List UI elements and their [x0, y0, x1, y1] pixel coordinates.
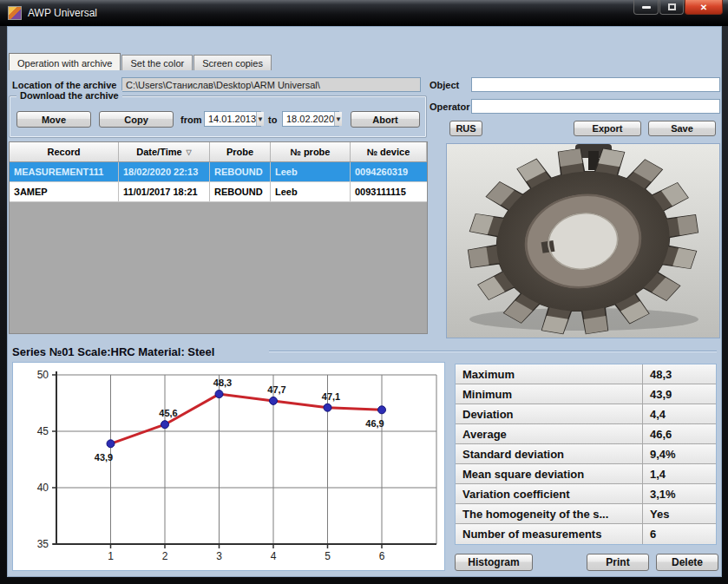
location-input[interactable] — [121, 77, 421, 92]
table-cell: REBOUND — [210, 182, 271, 201]
stats-value: 1,4 — [643, 464, 716, 483]
svg-text:6: 6 — [379, 550, 385, 562]
svg-text:45: 45 — [37, 425, 49, 437]
print-button[interactable]: Print — [587, 554, 649, 571]
svg-text:47,7: 47,7 — [267, 384, 285, 395]
table-cell: Leeb — [271, 182, 351, 201]
stats-row: Minimum43,9 — [456, 384, 716, 404]
stats-row: Maximum48,3 — [456, 364, 716, 384]
tab-operation-with-archive[interactable]: Operation with archive — [9, 53, 121, 70]
column-header[interactable]: Record — [10, 142, 119, 161]
table-row[interactable]: ЗАМЕР11/01/2017 18:21REBOUNDLeeb00931111… — [10, 182, 427, 202]
stats-value: 46,6 — [643, 424, 716, 443]
svg-text:4: 4 — [271, 550, 277, 562]
svg-text:35: 35 — [37, 538, 49, 550]
column-header[interactable]: Probe — [210, 142, 271, 161]
svg-text:50: 50 — [37, 369, 49, 381]
close-icon: ✕ — [700, 3, 707, 12]
svg-text:43,9: 43,9 — [95, 452, 113, 463]
from-label: from — [180, 115, 201, 125]
stats-row: Deviation4,4 — [456, 404, 716, 424]
series-rule — [269, 351, 717, 352]
from-dropdown-icon[interactable]: ▼ — [256, 112, 264, 126]
stats-label: Mean square deviation — [456, 464, 643, 483]
to-dropdown-icon[interactable]: ▼ — [334, 112, 342, 126]
stats-value: 9,4% — [643, 444, 716, 463]
minimize-icon — [642, 6, 651, 9]
stats-row: Average46,6 — [456, 424, 716, 444]
titlebar: AWP Universal ✕ — [0, 0, 728, 26]
move-button[interactable]: Move — [16, 111, 91, 128]
operator-input[interactable] — [471, 99, 720, 114]
delete-button[interactable]: Delete — [656, 554, 718, 571]
column-header[interactable]: № probe — [271, 142, 351, 161]
chart-panel: 3540455012345643,945,648,347,747,146,9 — [12, 362, 445, 571]
object-label: Object — [430, 80, 459, 90]
stats-label: Average — [456, 424, 643, 443]
close-button[interactable]: ✕ — [685, 0, 723, 15]
svg-text:2: 2 — [162, 550, 168, 562]
copy-button[interactable]: Copy — [99, 111, 174, 128]
to-label: to — [268, 115, 277, 125]
stats-label: The homogeneity of the s... — [456, 504, 643, 523]
column-header[interactable]: Date/Time▽ — [119, 142, 210, 161]
from-date-value: 14.01.2013 — [208, 114, 256, 124]
stats-row: Standard deviation9,4% — [456, 444, 716, 464]
series-groupbox: Series №01 Scale:HRC Material: Steel — [12, 344, 717, 358]
series-title: Series №01 Scale:HRC Material: Steel — [12, 345, 214, 358]
table-cell: Leeb — [271, 162, 351, 181]
stats-value: 3,1% — [643, 484, 716, 503]
stats-row: Variation coefficient3,1% — [456, 484, 716, 504]
operator-label: Operator — [430, 102, 469, 112]
stats-row: Mean square deviation1,4 — [456, 464, 716, 484]
object-input[interactable] — [471, 77, 720, 92]
stats-value: 43,9 — [643, 384, 716, 404]
tab-strip: Operation with archive Set the color Scr… — [9, 53, 272, 70]
svg-text:1: 1 — [108, 550, 114, 562]
svg-text:48,3: 48,3 — [213, 377, 232, 388]
cutter-photo — [446, 143, 720, 338]
table-header-row: RecordDate/Time▽Probe№ probe№ device — [10, 142, 427, 162]
stats-value: 4,4 — [643, 404, 716, 423]
svg-text:40: 40 — [37, 482, 49, 494]
to-date-value: 18.02.2020 — [286, 114, 334, 124]
measurements-table: RecordDate/Time▽Probe№ probe№ device MEA… — [9, 141, 428, 334]
stats-row: The homogeneity of the s...Yes — [456, 504, 716, 524]
table-body: MEASUREMENT11118/02/2020 22:13REBOUNDLee… — [10, 162, 427, 202]
rus-language-button[interactable]: RUS — [449, 121, 482, 136]
histogram-button[interactable]: Histogram — [455, 554, 533, 571]
stats-row: Number of measurements6 — [456, 524, 716, 544]
stats-label: Minimum — [456, 384, 643, 404]
app-window: AWP Universal ✕ Operation with archive S… — [0, 0, 728, 584]
maximize-button[interactable] — [659, 0, 684, 15]
location-label: Location of the archive — [12, 80, 116, 90]
stats-value: 6 — [643, 524, 716, 544]
stats-label: Number of measurements — [456, 524, 643, 544]
svg-text:47,1: 47,1 — [322, 391, 340, 402]
table-cell: ЗАМЕР — [10, 182, 119, 201]
from-date-select[interactable]: 14.01.2013 ▼ — [204, 111, 261, 127]
table-cell: 18/02/2020 22:13 — [119, 162, 210, 181]
abort-button[interactable]: Abort — [351, 111, 420, 128]
sort-icon: ▽ — [187, 148, 192, 156]
minimize-button[interactable] — [633, 0, 659, 15]
table-cell: 0093111115 — [351, 182, 427, 201]
to-date-select[interactable]: 18.02.2020 ▼ — [282, 111, 339, 127]
table-cell: 11/01/2017 18:21 — [119, 182, 210, 201]
download-groupbox: Download the archive Move Copy from 14.0… — [9, 95, 427, 138]
tab-screen-copies[interactable]: Screen copies — [193, 55, 272, 70]
table-cell: MEASUREMENT111 — [10, 162, 119, 181]
tab-set-the-color[interactable]: Set the color — [121, 55, 193, 70]
save-button[interactable]: Save — [648, 121, 716, 136]
maximize-icon — [668, 3, 676, 10]
window-controls: ✕ — [633, 0, 723, 15]
export-button[interactable]: Export — [574, 121, 641, 136]
svg-text:45,6: 45,6 — [159, 408, 177, 418]
table-row[interactable]: MEASUREMENT11118/02/2020 22:13REBOUNDLee… — [10, 162, 427, 182]
svg-text:46,9: 46,9 — [365, 418, 384, 429]
stats-value: Yes — [643, 504, 716, 523]
column-header[interactable]: № device — [351, 142, 427, 161]
stats-label: Maximum — [456, 364, 643, 384]
stats-value: 48,3 — [643, 364, 716, 384]
svg-text:3: 3 — [216, 550, 222, 562]
